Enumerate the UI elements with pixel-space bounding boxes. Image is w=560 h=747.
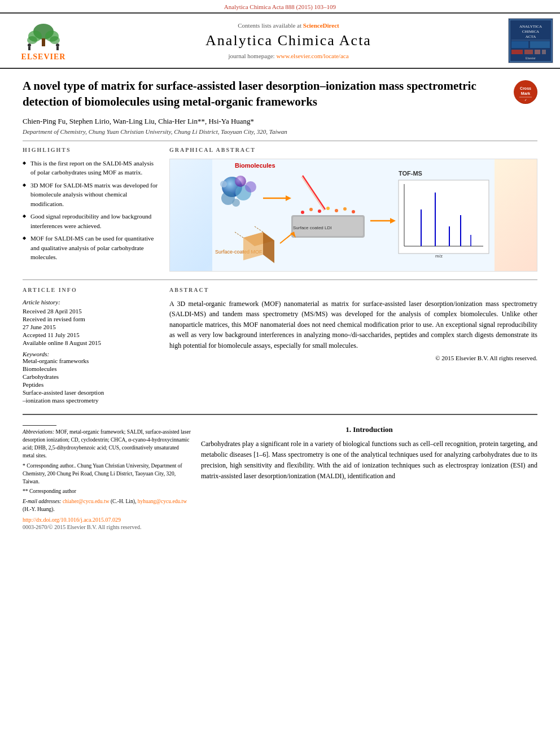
keyword-5: Surface-assisted laser desorption <box>23 389 158 396</box>
bottom-section: Abbreviations: MOF, metal-organic framew… <box>23 414 537 531</box>
svg-point-36 <box>220 181 227 187</box>
banner-center: Contents lists available at ScienceDirec… <box>80 22 497 59</box>
graphical-abstract-svg: Biomolecules <box>170 159 537 272</box>
keyword-1: Metal-organic frameworks <box>23 357 158 364</box>
doi-link[interactable]: http://dx.doi.org/10.1016/j.aca.2015.07.… <box>23 517 192 523</box>
abstract-column: ABSTRACT A 3D metal-organic framework (M… <box>169 287 537 405</box>
elsevier-tree-icon <box>21 20 66 51</box>
keyword-3: Carbohydrates <box>23 373 158 380</box>
svg-point-46 <box>335 209 338 212</box>
info-abstract-row: ARTICLE INFO Article history: Received 2… <box>23 287 537 405</box>
revised-label: Received in revised form <box>23 316 158 322</box>
available-date: Available online 8 August 2015 <box>23 339 158 346</box>
article-title: A novel type of matrix for surface-assis… <box>23 78 507 110</box>
email2-link[interactable]: hyhuang@cycu.edu.tw <box>138 499 187 504</box>
revised-date: 27 June 2015 <box>23 324 158 330</box>
introduction-title: 1. Introduction <box>201 425 537 434</box>
svg-text:Elsevier: Elsevier <box>526 56 536 60</box>
svg-rect-4 <box>42 38 45 46</box>
banner-right: ANALYTICA CHIMICA ACTA Elsevier <box>497 18 553 63</box>
article-title-section: A novel type of matrix for surface-assis… <box>23 78 537 141</box>
highlight-item-1: This is the first report on the SALDI-MS… <box>23 159 158 177</box>
svg-point-37 <box>232 199 240 207</box>
graphical-abstract-heading: GRAPHICAL ABSTRACT <box>169 147 537 154</box>
elsevier-logo: ELSEVIER <box>7 20 80 62</box>
banner-left: ELSEVIER <box>7 20 80 62</box>
svg-text:✓: ✓ <box>524 98 527 102</box>
article-history-label: Article history: <box>23 299 158 305</box>
corresponding1-text: * Corresponding author.. Chung Yuan Chri… <box>23 462 192 486</box>
keyword-4: Peptides <box>23 381 158 388</box>
svg-text:CHIMICA: CHIMICA <box>522 29 539 34</box>
journal-thumb-icon: ANALYTICA CHIMICA ACTA Elsevier <box>509 19 553 63</box>
svg-point-45 <box>326 207 330 210</box>
svg-rect-19 <box>511 50 523 54</box>
svg-text:Mark: Mark <box>521 91 530 95</box>
svg-point-5 <box>27 36 37 44</box>
journal-banner: ELSEVIER Contents lists available at Sci… <box>0 14 560 69</box>
graphical-abstract-column: GRAPHICAL ABSTRACT <box>169 147 537 272</box>
svg-text:Surface coated LDI: Surface coated LDI <box>293 225 331 230</box>
abbreviations-label: Abbreviations: <box>23 429 54 435</box>
keyword-6: –ionization mass spectrometry <box>23 397 158 404</box>
main-content: A novel type of matrix for surface-assis… <box>0 69 560 539</box>
highlight-item-2: 3D MOF for SALDI-MS matrix was developed… <box>23 181 158 209</box>
svg-text:ANALYTICA: ANALYTICA <box>519 24 542 29</box>
introduction-text: Carbohydrates play a significant role in… <box>201 439 537 482</box>
svg-point-48 <box>352 210 355 213</box>
svg-rect-8 <box>28 47 30 50</box>
keywords-label: Keywords: <box>23 351 158 357</box>
article-info-column: ARTICLE INFO Article history: Received 2… <box>23 287 158 405</box>
abstract-rights: © 2015 Elsevier B.V. All rights reserved… <box>169 355 537 361</box>
corresponding2-text: ** Corresponding author <box>23 487 192 495</box>
highlights-column: HIGHLIGHTS This is the first report on t… <box>23 147 158 272</box>
svg-point-44 <box>318 209 321 213</box>
svg-rect-17 <box>511 41 528 48</box>
svg-text:Cross: Cross <box>520 86 531 90</box>
svg-point-47 <box>343 207 347 211</box>
svg-rect-22 <box>542 50 546 54</box>
svg-point-6 <box>50 36 60 44</box>
svg-rect-10 <box>56 47 59 50</box>
doi-section: http://dx.doi.org/10.1016/j.aca.2015.07.… <box>23 517 192 530</box>
crossmark-badge: Cross Mark ✓ <box>514 80 537 104</box>
footnotes-intro-row: Abbreviations: MOF, metal-organic framew… <box>23 425 537 531</box>
article-info-heading: ARTICLE INFO <box>23 287 158 294</box>
highlight-item-3: Good signal reproducibility and low back… <box>23 212 158 230</box>
keywords-section: Keywords: Metal-organic frameworks Biomo… <box>23 351 158 404</box>
issn-line: 0003-2670/© 2015 Elsevier B.V. All right… <box>23 524 192 530</box>
footnote-divider <box>23 425 56 426</box>
email-line: E-mail addresses: chiaher@cycu.edu.tw (C… <box>23 497 192 514</box>
highlights-graphical-row: HIGHLIGHTS This is the first report on t… <box>23 147 537 272</box>
accepted-date: Accepted 11 July 2015 <box>23 331 158 338</box>
svg-text:ACTA: ACTA <box>526 34 536 39</box>
svg-point-9 <box>56 43 59 47</box>
email1-link[interactable]: chiaher@cycu.edu.tw <box>63 499 110 504</box>
svg-point-34 <box>235 176 246 187</box>
highlights-list: This is the first report on the SALDI-MS… <box>23 159 158 262</box>
highlight-item-4: MOF for SALDI-MS can be used for quantit… <box>23 234 158 262</box>
article-authors: Chien-Ping Fu, Stephen Lirio, Wan-Ling L… <box>23 117 507 126</box>
abbreviations-text: Abbreviations: MOF, metal-organic framew… <box>23 428 192 460</box>
journal-header-top: Analytica Chimica Acta 888 (2015) 103–10… <box>0 0 560 14</box>
journal-thumbnail: ANALYTICA CHIMICA ACTA Elsevier <box>508 18 553 63</box>
elsevier-label: ELSEVIER <box>21 53 66 62</box>
homepage-link[interactable]: www.elsevier.com/locate/aca <box>276 53 348 59</box>
footnotes-column: Abbreviations: MOF, metal-organic framew… <box>23 425 192 531</box>
abstract-text: A 3D metal-organic framework (MOF) nanom… <box>169 299 537 351</box>
svg-point-7 <box>28 43 31 47</box>
introduction-column: 1. Introduction Carbohydrates play a sig… <box>201 425 537 531</box>
crossmark-icon: Cross Mark ✓ <box>514 80 537 104</box>
received-date: Received 28 April 2015 <box>23 308 158 314</box>
svg-text:TOF-MS: TOF-MS <box>399 170 422 177</box>
svg-rect-21 <box>535 50 540 54</box>
section-divider-1 <box>23 279 537 280</box>
homepage-line: journal homepage: www.elsevier.com/locat… <box>80 53 497 59</box>
svg-point-43 <box>309 208 313 211</box>
abstract-heading: ABSTRACT <box>169 287 537 294</box>
sciencedirect-line: Contents lists available at ScienceDirec… <box>80 22 497 29</box>
svg-rect-20 <box>524 50 533 54</box>
highlights-heading: HIGHLIGHTS <box>23 147 158 154</box>
sciencedirect-link[interactable]: ScienceDirect <box>303 22 339 29</box>
article-affiliation: Department of Chemistry, Chung Yuan Chri… <box>23 128 507 135</box>
